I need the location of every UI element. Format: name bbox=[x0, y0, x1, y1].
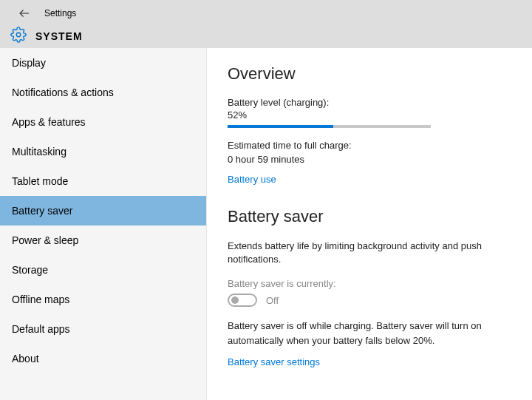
battery-progress bbox=[228, 125, 431, 128]
sidebar-item-offline-maps[interactable]: Offline maps bbox=[0, 285, 206, 314]
header-main: SYSTEM bbox=[0, 27, 532, 45]
battery-saver-toggle[interactable] bbox=[228, 294, 257, 307]
battery-use-link[interactable]: Battery use bbox=[228, 174, 276, 185]
sidebar-item-battery-saver[interactable]: Battery saver bbox=[0, 196, 206, 226]
battery-saver-note: Battery saver is off while charging. Bat… bbox=[228, 319, 511, 348]
battery-level-value: 52% bbox=[228, 109, 511, 121]
battery-saver-toggle-row: Off bbox=[228, 294, 511, 307]
battery-saver-toggle-state: Off bbox=[266, 295, 279, 306]
overview-title: Overview bbox=[228, 64, 511, 84]
svg-point-1 bbox=[16, 33, 21, 37]
battery-level-label: Battery level (charging): bbox=[228, 97, 511, 108]
content: DisplayNotifications & actionsApps & fea… bbox=[0, 48, 532, 400]
page-title: SYSTEM bbox=[35, 30, 83, 42]
gear-icon bbox=[10, 27, 27, 45]
battery-progress-fill bbox=[228, 125, 333, 128]
sidebar: DisplayNotifications & actionsApps & fea… bbox=[0, 48, 207, 400]
battery-saver-description: Extends battery life by limiting backgro… bbox=[228, 240, 511, 266]
sidebar-item-about[interactable]: About bbox=[0, 344, 206, 373]
sidebar-item-multitasking[interactable]: Multitasking bbox=[0, 137, 206, 166]
back-arrow-icon bbox=[18, 7, 31, 20]
sidebar-item-notifications-actions[interactable]: Notifications & actions bbox=[0, 78, 206, 107]
estimated-time-value: 0 hour 59 minutes bbox=[228, 154, 511, 165]
header: Settings SYSTEM bbox=[0, 0, 532, 48]
back-button[interactable] bbox=[18, 7, 31, 20]
battery-saver-title: Battery saver bbox=[228, 207, 511, 226]
sidebar-item-power-sleep[interactable]: Power & sleep bbox=[0, 226, 206, 255]
sidebar-item-tablet-mode[interactable]: Tablet mode bbox=[0, 166, 206, 196]
battery-saver-currently-label: Battery saver is currently: bbox=[228, 278, 511, 289]
sidebar-item-storage[interactable]: Storage bbox=[0, 255, 206, 285]
sidebar-item-default-apps[interactable]: Default apps bbox=[0, 314, 206, 344]
estimated-time-label: Estimated time to full charge: bbox=[228, 140, 511, 151]
main-panel: Overview Battery level (charging): 52% E… bbox=[207, 48, 532, 400]
sidebar-item-display[interactable]: Display bbox=[0, 48, 206, 78]
header-top: Settings bbox=[0, 4, 532, 22]
toggle-knob-icon bbox=[231, 296, 239, 304]
sidebar-item-apps-features[interactable]: Apps & features bbox=[0, 107, 206, 137]
window-title: Settings bbox=[44, 8, 76, 18]
battery-saver-settings-link[interactable]: Battery saver settings bbox=[228, 356, 320, 367]
